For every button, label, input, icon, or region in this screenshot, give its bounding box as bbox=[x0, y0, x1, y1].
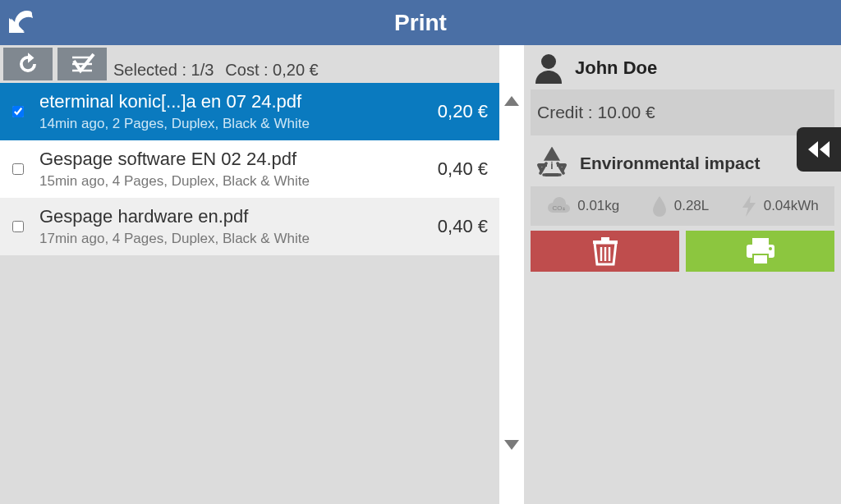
info-panel: John Doe Credit : 10.00 € i bbox=[524, 45, 841, 504]
svg-rect-11 bbox=[752, 238, 769, 245]
user-name: John Doe bbox=[575, 57, 657, 79]
app-header: Print bbox=[0, 0, 841, 45]
job-row[interactable]: eterminal konic[...]a en 07 24.pdf14min … bbox=[0, 83, 499, 140]
env-heading: Environmental impact bbox=[580, 153, 760, 173]
job-title: Gespage software EN 02 24.pdf bbox=[39, 149, 406, 170]
user-icon bbox=[534, 53, 563, 84]
credit-row: Credit : 10.00 € bbox=[531, 89, 834, 135]
metric-co2: CO₂ 0.01kg bbox=[546, 196, 619, 216]
back-arrow-icon bbox=[8, 7, 41, 39]
delete-button[interactable] bbox=[531, 231, 679, 272]
collapse-panel-button[interactable] bbox=[797, 127, 841, 172]
scroll-down-icon[interactable] bbox=[504, 440, 519, 450]
user-row: John Doe bbox=[531, 50, 834, 86]
rewind-icon bbox=[807, 140, 831, 159]
env-metrics: CO₂ 0.01kg 0.28L 0.04kWh bbox=[531, 186, 834, 226]
print-button[interactable] bbox=[686, 231, 834, 272]
page-title: Print bbox=[0, 10, 841, 36]
action-row bbox=[531, 231, 834, 272]
job-price: 0,40 € bbox=[409, 158, 499, 180]
job-title: Gespage hardware en.pdf bbox=[39, 206, 406, 227]
water-drop-icon bbox=[651, 195, 668, 217]
printer-icon bbox=[744, 236, 777, 266]
selected-count: Selected : 1/3 bbox=[113, 61, 214, 79]
job-subtitle: 17min ago, 4 Pages, Duplex, Black & Whit… bbox=[39, 231, 406, 247]
job-row[interactable]: Gespage hardware en.pdf17min ago, 4 Page… bbox=[0, 198, 499, 255]
job-checkbox[interactable] bbox=[12, 163, 24, 175]
job-checkbox-cell bbox=[0, 221, 36, 232]
svg-rect-13 bbox=[753, 254, 768, 264]
total-cost: Cost : 0,20 € bbox=[225, 61, 318, 79]
svg-rect-7 bbox=[601, 237, 609, 241]
job-price: 0,20 € bbox=[409, 101, 499, 122]
job-price: 0,40 € bbox=[409, 216, 499, 237]
toolbar: Selected : 1/3Cost : 0,20 € bbox=[0, 45, 499, 83]
cloud-co2-icon: CO₂ bbox=[546, 196, 571, 216]
select-all-icon bbox=[69, 53, 95, 76]
job-checkbox-cell bbox=[0, 163, 36, 175]
metric-energy: 0.04kWh bbox=[741, 195, 819, 217]
metric-water: 0.28L bbox=[651, 195, 710, 217]
job-row[interactable]: Gespage software EN 02 24.pdf15min ago, … bbox=[0, 140, 499, 198]
trash-icon bbox=[591, 236, 619, 266]
job-info: Gespage software EN 02 24.pdf15min ago, … bbox=[36, 144, 409, 195]
back-button[interactable] bbox=[0, 0, 49, 45]
job-subtitle: 14min ago, 2 Pages, Duplex, Black & Whit… bbox=[39, 116, 406, 132]
job-checkbox[interactable] bbox=[12, 221, 24, 232]
toolbar-status: Selected : 1/3Cost : 0,20 € bbox=[113, 61, 319, 83]
env-heading-row: i Environmental impact bbox=[531, 135, 834, 186]
scrollbar[interactable] bbox=[499, 45, 524, 504]
water-value: 0.28L bbox=[674, 198, 710, 214]
refresh-icon bbox=[16, 52, 40, 76]
credit-label: Credit : 10.00 € bbox=[537, 103, 655, 122]
svg-point-14 bbox=[769, 247, 772, 250]
jobs-panel: Selected : 1/3Cost : 0,20 € eterminal ko… bbox=[0, 45, 499, 504]
job-checkbox[interactable] bbox=[12, 106, 24, 117]
job-info: eterminal konic[...]a en 07 24.pdf14min … bbox=[36, 86, 409, 137]
select-all-button[interactable] bbox=[57, 48, 107, 80]
co2-value: 0.01kg bbox=[577, 198, 619, 214]
job-subtitle: 15min ago, 4 Pages, Duplex, Black & Whit… bbox=[39, 173, 406, 190]
energy-value: 0.04kWh bbox=[764, 198, 819, 214]
svg-text:CO₂: CO₂ bbox=[553, 204, 565, 212]
svg-point-3 bbox=[541, 54, 556, 69]
svg-text:i: i bbox=[550, 160, 553, 172]
job-title: eterminal konic[...]a en 07 24.pdf bbox=[39, 91, 406, 112]
job-list: eterminal konic[...]a en 07 24.pdf14min … bbox=[0, 83, 499, 504]
scroll-up-icon[interactable] bbox=[504, 96, 519, 106]
job-checkbox-cell bbox=[0, 106, 36, 117]
recycle-icon: i bbox=[535, 147, 568, 180]
lightning-icon bbox=[741, 195, 757, 217]
refresh-button[interactable] bbox=[3, 48, 53, 80]
job-info: Gespage hardware en.pdf17min ago, 4 Page… bbox=[36, 201, 409, 252]
